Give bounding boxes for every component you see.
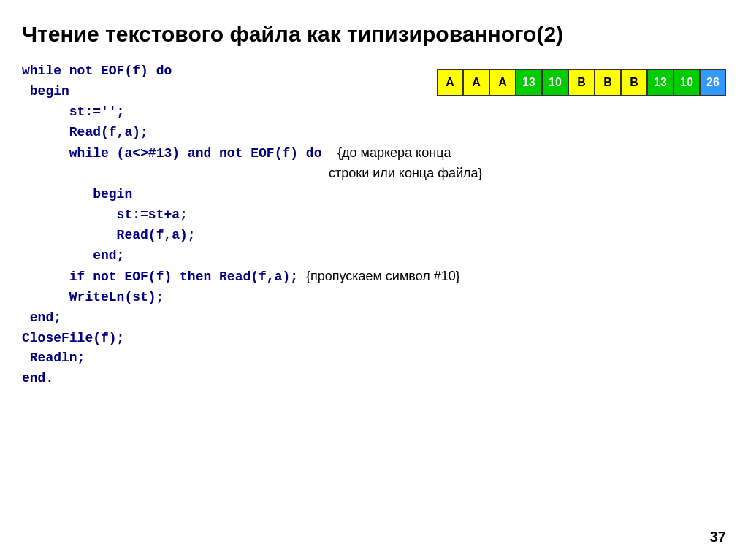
code-line-14: Readln; bbox=[22, 348, 726, 369]
code-line-13: CloseFile(f); bbox=[22, 329, 726, 349]
code-line-10: if not EOF(f) then Read(f,a); {пропускае… bbox=[22, 266, 726, 288]
page-title: Чтение текстового файла как типизированн… bbox=[22, 22, 726, 47]
vis-container: A A A 13 10 B B B 13 10 26 bbox=[437, 69, 726, 96]
code-line-5b: строки или конца файла} bbox=[22, 164, 726, 185]
code-line-6: begin bbox=[22, 185, 726, 205]
code-line-8: Read(f,a); bbox=[22, 226, 726, 246]
vis-cell-b2: B bbox=[595, 69, 621, 96]
slide: Чтение текстового файла как типизированн… bbox=[0, 0, 748, 560]
code-block: while not EOF(f) do begin st:=''; Read(f… bbox=[22, 61, 726, 389]
code-line-4: Read(f,a); bbox=[22, 123, 726, 143]
code-line-11: WriteLn(st); bbox=[22, 288, 726, 308]
vis-cell-13a: 13 bbox=[516, 69, 542, 96]
vis-cell-13b: 13 bbox=[647, 69, 673, 96]
vis-cell-b1: B bbox=[568, 69, 595, 96]
vis-cell-10a: 10 bbox=[542, 69, 568, 96]
code-line-12: end; bbox=[22, 308, 726, 329]
vis-cell-a3: A bbox=[489, 69, 516, 96]
vis-cell-26: 26 bbox=[700, 69, 726, 96]
code-line-15: end. bbox=[22, 369, 726, 389]
vis-cell-a1: A bbox=[437, 69, 463, 96]
vis-cell-b3: B bbox=[621, 69, 647, 96]
code-line-9: end; bbox=[22, 246, 726, 266]
code-line-3: st:=''; bbox=[22, 102, 726, 123]
code-line-5: while (a<>#13) and not EOF(f) do {до мар… bbox=[22, 143, 726, 164]
vis-cell-10b: 10 bbox=[673, 69, 700, 96]
page-number: 37 bbox=[710, 529, 726, 545]
code-line-7: st:=st+a; bbox=[22, 205, 726, 226]
vis-cell-a2: A bbox=[463, 69, 489, 96]
